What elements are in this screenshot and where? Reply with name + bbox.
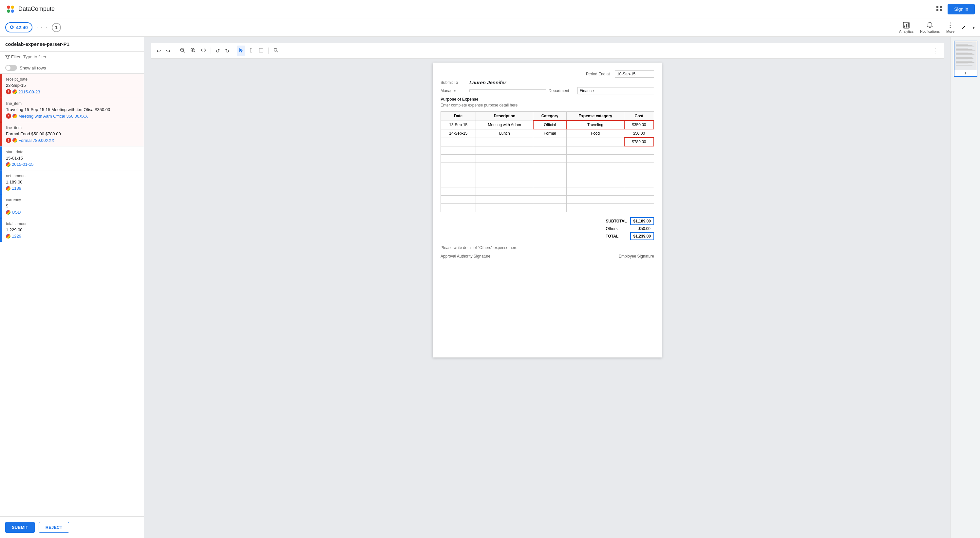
zoom-in-icon [190,48,196,53]
table-cell: $789.00 [624,138,654,146]
text-button[interactable] [247,46,255,56]
table-row [441,179,654,188]
main-layout: codelab-expense-parser-P1 Filter Show al… [0,37,980,538]
manager-value [469,89,546,92]
svg-rect-11 [908,23,908,27]
analytics-button[interactable]: Analytics [899,22,913,33]
field-raw-value: Traveling 15-Sep-15 15 Meeting with 4m O… [6,107,140,112]
table-row: 14-Sep-15LunchFormalFood$50.00 [441,129,654,138]
sub-nav-right: Analytics Notifications More ⤢ ▾ [899,22,975,33]
undo-button[interactable]: ↩ [154,46,163,56]
thumbnail-1[interactable]: 1 [954,41,977,77]
error-icon: ! [6,138,11,143]
error-icon: ! [6,89,11,94]
expand-button[interactable]: ⤢ [961,24,966,31]
grid-apps-button[interactable] [933,3,945,15]
table-cell [533,204,566,212]
toolbar-more-button[interactable]: ⋮ [930,45,940,56]
table-cell [566,146,624,154]
manager-label: Manager [441,89,467,93]
google-icon [13,89,17,94]
step-dots: · · · [37,24,48,31]
table-cell [476,196,533,204]
cursor-button[interactable] [237,46,245,56]
google-icon [6,210,11,215]
more-button[interactable]: More [946,22,955,33]
table-cell: 13-Sep-15 [441,121,476,129]
chevron-down-icon: ▾ [972,25,975,30]
table-row [441,188,654,196]
filter-input[interactable] [23,54,138,59]
totals-table: SUBTOTAL $1,189.00 Others $50.00 TOTAL $… [602,217,654,240]
sign-in-button[interactable]: Sign in [948,4,975,14]
others-label: Others [602,225,630,232]
table-cell [566,154,624,163]
zoom-in-button[interactable] [188,46,197,56]
submit-button[interactable]: SUBMIT [5,522,35,533]
parsed-text: Formal 789.00XXX [18,138,54,143]
svg-line-27 [277,51,278,53]
table-cell [624,179,654,188]
table-cell [566,171,624,179]
table-cell [566,196,624,204]
table-row: $789.00 [441,138,654,146]
field-row: total_amount1,229.001229 [0,218,144,242]
code-button[interactable] [199,46,208,56]
crop-button[interactable] [256,46,266,56]
top-nav: DataCompute Sign in [0,0,980,18]
others-detail-text: Please write detail of "Others" expense … [441,245,654,250]
table-row: 13-Sep-15Meeting with AdamOfficialTravel… [441,121,654,129]
field-name-label: currency [6,197,140,202]
field-raw-value: Formal Food $50.00 $789.00 [6,131,140,136]
filter-icon [5,55,10,59]
redo-button[interactable]: ↪ [164,46,172,56]
action-bar: SUBMIT REJECT [0,516,144,538]
approval-sig-label: Approval Authority Signature [441,254,490,258]
doc-header-period: Period End at 10-Sep-15 [441,70,654,78]
svg-point-13 [950,25,951,25]
purpose-placeholder: Enter complete expense purpose detail he… [441,103,654,107]
field-parsed-value: !Meeting with Aam Offical 350.00XXX [6,113,140,119]
notifications-button[interactable]: Notifications [920,22,940,33]
svg-rect-7 [940,9,942,11]
table-cell [476,179,533,188]
show-all-toggle[interactable] [5,65,17,71]
parsed-text: USD [12,210,21,215]
table-cell [441,196,476,204]
timer-value: 42:40 [16,25,28,30]
svg-line-17 [183,51,185,53]
error-icon: ! [6,113,11,119]
history-back-button[interactable]: ↺ [213,46,222,56]
field-raw-value: 1,189.00 [6,180,140,185]
svg-rect-10 [906,24,907,27]
zoom-out-button[interactable] [178,46,187,56]
google-icon [13,138,17,143]
field-parsed-value: USD [6,210,140,215]
table-cell [533,188,566,196]
filter-text: Filter [11,54,21,59]
parsed-text: 2015-01-15 [12,162,34,167]
table-cell [441,188,476,196]
table-cell [441,138,476,146]
table-cell [441,204,476,212]
field-name-label: total_amount [6,221,140,226]
table-cell: $350.00 [624,121,654,129]
field-raw-value: $ [6,204,140,209]
search-icon [273,48,278,53]
reject-button[interactable]: REJECT [39,522,69,533]
step-badge: 1 [52,23,61,32]
table-cell [624,146,654,154]
code-icon [201,48,206,53]
field-parsed-value: 1229 [6,234,140,239]
signature-row: Approval Authority Signature Employee Si… [441,254,654,258]
table-cell [533,163,566,171]
search-doc-button[interactable] [271,46,280,56]
parsed-text: 1189 [12,186,21,191]
table-cell [566,188,624,196]
table-cell: Formal [533,129,566,138]
svg-rect-6 [936,9,939,11]
svg-point-2 [7,10,10,13]
table-cell [624,204,654,212]
subtotal-label: SUBTOTAL [602,218,630,225]
history-fwd-button[interactable]: ↻ [223,46,231,56]
